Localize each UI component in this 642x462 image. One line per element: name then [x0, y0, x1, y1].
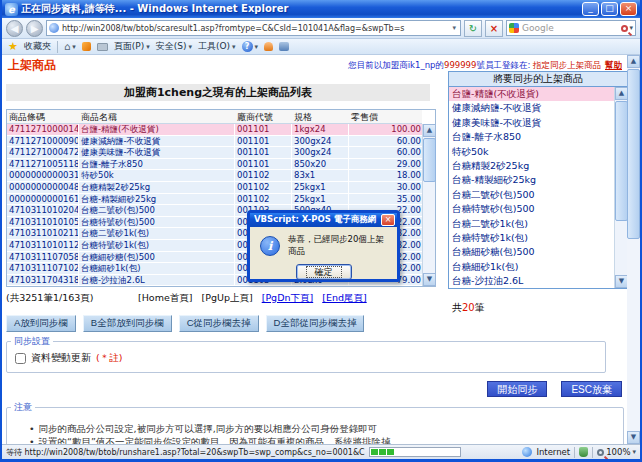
table-scrollbar[interactable]: ▲ ▼ [422, 124, 435, 286]
sync-list-item[interactable]: 台糖細砂糖(包)500 [449, 245, 614, 259]
scroll-thumb[interactable] [423, 138, 436, 182]
sync-action-button[interactable]: D全部從同步欄去掉 [266, 315, 365, 332]
dialog-ok-button[interactable]: 確定 [296, 264, 352, 280]
scroll-thumb[interactable] [627, 69, 640, 239]
sync-list-item[interactable]: 台糖二號砂1k(包) [449, 217, 614, 231]
print-icon[interactable] [97, 43, 108, 51]
dialog-title: VBScript: X-POS 電子商務網 [254, 214, 381, 226]
home-button[interactable]: ⌂▾ [64, 41, 76, 52]
address-url[interactable]: http://win2008/tw/btob/scaresult1.asp?fr… [62, 24, 450, 33]
maximize-button[interactable]: □ [601, 2, 618, 16]
sync-action-button[interactable]: C從同步欄去掉 [179, 315, 259, 332]
cell-price: 29.00 [349, 159, 424, 171]
minimize-button[interactable]: _ [582, 2, 599, 16]
cell-product-name: 台糖特號砂1k(包) [79, 240, 235, 252]
sync-list-item[interactable]: 健康減納鹽-不收退貨 [449, 101, 614, 115]
separator [57, 41, 58, 53]
refresh-button[interactable]: ↻ [464, 20, 482, 37]
command-bar: ★ 收藏夾 ⌂▾ 頁面(P)▾ 安全(S)▾ 工具(O)▾ ?▾ [2, 39, 640, 55]
favorites-star-icon[interactable]: ★ [8, 40, 18, 53]
note-marker: (＊註) [96, 352, 122, 365]
sync-list-item[interactable]: 台糖-沙拉油2.6L [449, 274, 614, 288]
window-title: 正在同步資料,請等待... - Windows Internet Explore… [21, 2, 582, 16]
help-link[interactable]: 幫助 [605, 60, 622, 70]
cell-vendor-code: 001102 [235, 170, 292, 182]
sync-settings-legend: 同步設置 [11, 335, 53, 348]
sync-list-scrollbar[interactable]: ▲ ▼ [614, 87, 627, 288]
table-row[interactable]: 4711271000090 健康減納鹽-不收退貨 001101 300gx24 … [7, 136, 422, 148]
sync-list-item[interactable]: 台鹽-離子水850 [449, 130, 614, 144]
address-bar[interactable]: http://win2008/tw/btob/scaresult1.asp?fr… [46, 20, 461, 36]
cell-price: 100.00 [349, 124, 424, 136]
progress-block [387, 449, 394, 455]
sync-list-item[interactable]: 台糖細砂1k(包) [449, 260, 614, 274]
extension-icon[interactable] [279, 42, 289, 51]
back-button[interactable]: ◀ [6, 20, 23, 37]
sync-list-item[interactable]: 台糖特號砂1k(包) [449, 231, 614, 245]
sync-list-item[interactable]: 特砂50k [449, 145, 614, 159]
sync-list-item[interactable]: 台糖精製2砂25kg [449, 159, 614, 173]
sync-action-button[interactable]: B全部放到同步欄 [83, 315, 172, 332]
page-title: 上架商品 [8, 57, 56, 74]
table-row[interactable]: 0000000000161 台糖-精製細砂25kg 001102 25kgx1 … [7, 194, 422, 206]
table-row[interactable]: 4711271005118 台鹽-離子水850 001101 850x20 29… [7, 159, 422, 171]
sync-action-button[interactable]: A放到同步欄 [6, 315, 76, 332]
end-page-link[interactable]: [End尾頁] [322, 292, 366, 303]
sync-list-item[interactable]: 台鹽-精鹽(不收退貨) [449, 87, 614, 101]
start-sync-button[interactable]: 開始同步 [487, 381, 547, 397]
col-spec: 規格 [292, 110, 349, 123]
pgdn-link[interactable]: [PgDn下頁] [262, 292, 314, 303]
navigation-bar: ◀ ▶ http://win2008/tw/btob/scaresult1.as… [2, 18, 640, 39]
address-dropdown-icon[interactable]: ▾ [450, 24, 458, 32]
notice-item: 同步的商品分公司設定,被同步方可以選擇,同步方的要以相應分公司身份登錄即可 [29, 423, 623, 436]
page-scrollbar[interactable]: ▲ ▼ [627, 55, 640, 444]
cell-barcode: 4710311010211 [7, 228, 79, 240]
tools-menu[interactable]: 工具(O)▾ [198, 40, 236, 53]
scroll-down-icon[interactable]: ▼ [423, 273, 436, 286]
close-button[interactable]: × [620, 2, 637, 16]
zoom-control[interactable]: 100% ▾ [597, 447, 636, 457]
table-row[interactable]: 0000000000048 台糖精製2砂25kg 001102 25kgx1 3… [7, 182, 422, 194]
table-row[interactable]: 4711271000014 台鹽-精鹽(不收退貨) 001101 1kgx24 … [7, 124, 422, 136]
progress-block [371, 449, 378, 455]
dialog-close-button[interactable]: × [381, 214, 395, 226]
scroll-up-icon[interactable]: ▲ [627, 55, 640, 68]
cell-vendor-code: 001101 [235, 159, 292, 171]
sync-list-item[interactable]: 健康美味鹽-不收退貨 [449, 116, 614, 130]
stop-button[interactable]: × [485, 20, 503, 37]
cell-product-name: 台糖-沙拉油2.6L [79, 275, 235, 287]
data-change-update-checkbox[interactable] [15, 353, 26, 364]
dialog-message: 恭喜，已經同步20個上架商品 [288, 234, 391, 258]
action-label: 指定同步上架商品 [533, 60, 601, 70]
sync-list-item[interactable]: 台糖二號砂(包)500 [449, 188, 614, 202]
search-button[interactable]: ▾ [621, 24, 633, 32]
sync-list-item[interactable]: 台糖-精製細砂25kg [449, 173, 614, 187]
dialog-title-bar[interactable]: VBScript: X-POS 電子商務網 × [250, 213, 397, 227]
table-row[interactable]: 4711271000472 健康美味鹽-不收退貨 001101 300gx24 … [7, 147, 422, 159]
checkbox-label: 資料變動更新 [31, 351, 91, 365]
favorites-label[interactable]: 收藏夾 [24, 40, 51, 53]
search-box[interactable]: Google ▾ [506, 20, 636, 36]
cell-vendor-code: 001101 [235, 136, 292, 148]
safety-menu[interactable]: 安全(S)▾ [156, 40, 192, 53]
progress-block [379, 449, 386, 455]
page-menu[interactable]: 頁面(P)▾ [114, 40, 150, 53]
forward-button[interactable]: ▶ [26, 20, 43, 37]
scroll-up-icon[interactable]: ▲ [423, 124, 436, 137]
help-menu[interactable]: ?▾ [242, 41, 259, 52]
cell-product-name: 健康減納鹽-不收退貨 [79, 136, 235, 148]
messenger-icon[interactable] [264, 42, 273, 51]
search-input[interactable]: Google [522, 23, 621, 33]
zoom-dropdown-icon[interactable]: ▾ [632, 448, 636, 456]
pgup-link[interactable]: [PgUp上頁] [202, 292, 253, 303]
cell-vendor-code: 001101 [235, 124, 292, 136]
cell-product-name: 台糖精製2砂25kg [79, 182, 235, 194]
home-page-link[interactable]: [Home首頁] [138, 292, 192, 303]
search-dropdown-icon[interactable]: ▾ [629, 24, 633, 32]
scroll-down-icon[interactable]: ▼ [627, 431, 640, 444]
sync-list-item[interactable]: 台糖特號砂(包)500 [449, 202, 614, 216]
esc-cancel-button[interactable]: ESC放棄 [561, 381, 622, 397]
table-row[interactable]: 0000000000031 特砂50k 001102 83x1 18.00 [7, 170, 422, 182]
feed-icon[interactable] [82, 42, 91, 51]
cell-vendor-code: 001102 [235, 182, 292, 194]
